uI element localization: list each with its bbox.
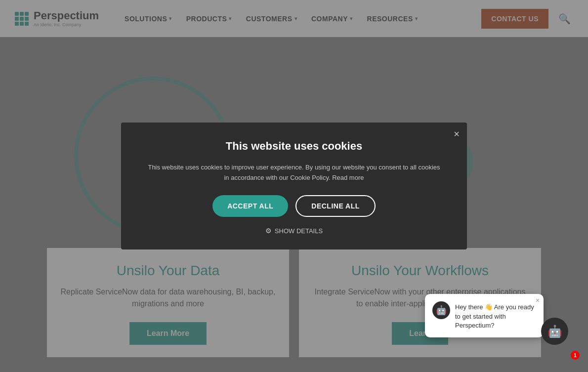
show-details-button[interactable]: ⚙ SHOW DETAILS: [265, 227, 323, 235]
accept-all-button[interactable]: ACCEPT ALL: [212, 195, 288, 217]
chat-bubble: × 🤖 Hey there 👋 Are you ready to get sta…: [425, 294, 544, 337]
modal-buttons: ACCEPT ALL DECLINE ALL: [146, 195, 442, 217]
modal-title: This website uses cookies: [146, 140, 442, 153]
chat-badge-count: 1: [571, 351, 580, 360]
chat-bot-button[interactable]: 🤖: [541, 318, 568, 345]
chat-message: Hey there 👋 Are you ready to get started…: [455, 303, 536, 330]
modal-close-button[interactable]: ×: [454, 128, 460, 140]
modal-description: This website uses cookies to improve use…: [146, 163, 442, 183]
gear-icon: ⚙: [265, 227, 272, 235]
decline-all-button[interactable]: DECLINE ALL: [295, 195, 376, 217]
chat-avatar: 🤖: [432, 301, 450, 319]
cookie-modal: × This website uses cookies This website…: [121, 123, 467, 250]
chat-close-button[interactable]: ×: [536, 296, 540, 304]
